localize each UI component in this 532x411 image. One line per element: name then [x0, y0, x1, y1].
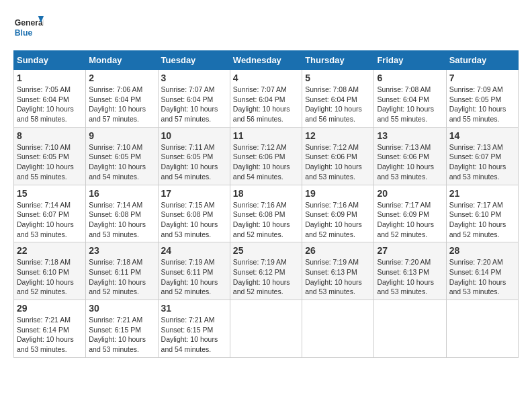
day-number: 4 — [233, 73, 299, 83]
svg-text:Blue: Blue — [15, 28, 33, 38]
calendar-day-cell: 30 Sunrise: 7:21 AM Sunset: 6:15 PM Dayl… — [86, 300, 158, 358]
day-info: Sunrise: 7:14 AM Sunset: 6:08 PM Dayligh… — [89, 200, 154, 240]
day-number: 15 — [17, 188, 83, 199]
calendar-day-cell: 7 Sunrise: 7:09 AM Sunset: 6:05 PM Dayli… — [446, 70, 518, 128]
calendar-day-cell — [230, 300, 302, 358]
calendar-week-row: 29 Sunrise: 7:21 AM Sunset: 6:14 PM Dayl… — [14, 300, 519, 358]
calendar-week-row: 15 Sunrise: 7:14 AM Sunset: 6:07 PM Dayl… — [14, 185, 519, 242]
calendar-day-cell: 6 Sunrise: 7:08 AM Sunset: 6:04 PM Dayli… — [374, 70, 446, 128]
day-info: Sunrise: 7:05 AM Sunset: 6:04 PM Dayligh… — [17, 85, 83, 124]
day-number: 20 — [377, 188, 443, 199]
day-info: Sunrise: 7:07 AM Sunset: 6:04 PM Dayligh… — [233, 85, 299, 124]
day-number: 5 — [305, 73, 371, 83]
calendar-week-row: 1 Sunrise: 7:05 AM Sunset: 6:04 PM Dayli… — [14, 70, 519, 128]
calendar-day-cell: 4 Sunrise: 7:07 AM Sunset: 6:04 PM Dayli… — [230, 70, 302, 128]
day-number: 18 — [233, 188, 299, 199]
day-number: 25 — [233, 245, 299, 256]
calendar-day-cell: 3 Sunrise: 7:07 AM Sunset: 6:04 PM Dayli… — [158, 70, 230, 128]
calendar-day-cell: 22 Sunrise: 7:18 AM Sunset: 6:10 PM Dayl… — [14, 242, 86, 300]
day-info: Sunrise: 7:17 AM Sunset: 6:10 PM Dayligh… — [449, 200, 515, 240]
calendar-day-cell — [446, 300, 518, 358]
day-info: Sunrise: 7:13 AM Sunset: 6:07 PM Dayligh… — [449, 142, 515, 182]
day-number: 24 — [161, 245, 227, 256]
calendar-day-cell: 16 Sunrise: 7:14 AM Sunset: 6:08 PM Dayl… — [86, 185, 158, 242]
calendar-day-cell: 15 Sunrise: 7:14 AM Sunset: 6:07 PM Dayl… — [14, 185, 86, 242]
weekday-header: Thursday — [302, 51, 374, 70]
day-number: 21 — [449, 188, 515, 199]
day-number: 28 — [449, 245, 515, 256]
day-info: Sunrise: 7:17 AM Sunset: 6:09 PM Dayligh… — [377, 200, 443, 240]
day-number: 13 — [377, 130, 443, 141]
logo: General Blue — [13, 13, 44, 44]
day-number: 12 — [305, 130, 371, 141]
day-info: Sunrise: 7:21 AM Sunset: 6:14 PM Dayligh… — [17, 315, 83, 355]
calendar-table: SundayMondayTuesdayWednesdayThursdayFrid… — [13, 50, 519, 358]
calendar-day-cell: 5 Sunrise: 7:08 AM Sunset: 6:04 PM Dayli… — [302, 70, 374, 128]
day-number: 7 — [449, 73, 515, 83]
day-info: Sunrise: 7:13 AM Sunset: 6:06 PM Dayligh… — [377, 142, 443, 182]
calendar-day-cell: 23 Sunrise: 7:18 AM Sunset: 6:11 PM Dayl… — [86, 242, 158, 300]
day-number: 1 — [17, 73, 83, 83]
calendar-day-cell: 26 Sunrise: 7:19 AM Sunset: 6:13 PM Dayl… — [302, 242, 374, 300]
weekday-header: Saturday — [446, 51, 518, 70]
weekday-header: Friday — [374, 51, 446, 70]
svg-text:General: General — [15, 18, 44, 28]
calendar-day-cell: 24 Sunrise: 7:19 AM Sunset: 6:11 PM Dayl… — [158, 242, 230, 300]
calendar-week-row: 8 Sunrise: 7:10 AM Sunset: 6:05 PM Dayli… — [14, 127, 519, 185]
day-number: 17 — [161, 188, 227, 199]
calendar-day-cell: 21 Sunrise: 7:17 AM Sunset: 6:10 PM Dayl… — [446, 185, 518, 242]
calendar-day-cell: 28 Sunrise: 7:20 AM Sunset: 6:14 PM Dayl… — [446, 242, 518, 300]
day-info: Sunrise: 7:21 AM Sunset: 6:15 PM Dayligh… — [161, 315, 227, 355]
calendar-day-cell: 13 Sunrise: 7:13 AM Sunset: 6:06 PM Dayl… — [374, 127, 446, 185]
day-info: Sunrise: 7:18 AM Sunset: 6:11 PM Dayligh… — [89, 257, 154, 297]
day-info: Sunrise: 7:15 AM Sunset: 6:08 PM Dayligh… — [161, 200, 227, 240]
day-info: Sunrise: 7:16 AM Sunset: 6:09 PM Dayligh… — [305, 200, 371, 240]
day-info: Sunrise: 7:16 AM Sunset: 6:08 PM Dayligh… — [233, 200, 299, 240]
calendar-day-cell: 27 Sunrise: 7:20 AM Sunset: 6:13 PM Dayl… — [374, 242, 446, 300]
weekday-header: Monday — [86, 51, 158, 70]
day-number: 3 — [161, 73, 227, 83]
calendar-week-row: 22 Sunrise: 7:18 AM Sunset: 6:10 PM Dayl… — [14, 242, 519, 300]
day-info: Sunrise: 7:14 AM Sunset: 6:07 PM Dayligh… — [17, 200, 83, 240]
calendar-day-cell: 2 Sunrise: 7:06 AM Sunset: 6:04 PM Dayli… — [86, 70, 158, 128]
day-info: Sunrise: 7:08 AM Sunset: 6:04 PM Dayligh… — [305, 85, 371, 124]
calendar-day-cell: 10 Sunrise: 7:11 AM Sunset: 6:05 PM Dayl… — [158, 127, 230, 185]
day-info: Sunrise: 7:10 AM Sunset: 6:05 PM Dayligh… — [17, 142, 83, 182]
day-info: Sunrise: 7:18 AM Sunset: 6:10 PM Dayligh… — [17, 257, 83, 297]
day-info: Sunrise: 7:09 AM Sunset: 6:05 PM Dayligh… — [449, 85, 515, 124]
day-number: 16 — [89, 188, 154, 199]
calendar-day-cell: 29 Sunrise: 7:21 AM Sunset: 6:14 PM Dayl… — [14, 300, 86, 358]
calendar-day-cell: 25 Sunrise: 7:19 AM Sunset: 6:12 PM Dayl… — [230, 242, 302, 300]
calendar-day-cell: 20 Sunrise: 7:17 AM Sunset: 6:09 PM Dayl… — [374, 185, 446, 242]
day-number: 11 — [233, 130, 299, 141]
day-info: Sunrise: 7:21 AM Sunset: 6:15 PM Dayligh… — [89, 315, 154, 355]
day-info: Sunrise: 7:07 AM Sunset: 6:04 PM Dayligh… — [161, 85, 227, 124]
weekday-header: Sunday — [14, 51, 86, 70]
day-number: 10 — [161, 130, 227, 141]
calendar-day-cell: 19 Sunrise: 7:16 AM Sunset: 6:09 PM Dayl… — [302, 185, 374, 242]
calendar-day-cell: 17 Sunrise: 7:15 AM Sunset: 6:08 PM Dayl… — [158, 185, 230, 242]
page-header: General Blue — [13, 13, 519, 44]
day-number: 26 — [305, 245, 371, 256]
day-number: 31 — [161, 303, 227, 314]
day-number: 23 — [89, 245, 154, 256]
calendar-day-cell: 12 Sunrise: 7:12 AM Sunset: 6:06 PM Dayl… — [302, 127, 374, 185]
day-info: Sunrise: 7:11 AM Sunset: 6:05 PM Dayligh… — [161, 142, 227, 182]
day-info: Sunrise: 7:12 AM Sunset: 6:06 PM Dayligh… — [233, 142, 299, 182]
day-info: Sunrise: 7:06 AM Sunset: 6:04 PM Dayligh… — [89, 85, 154, 124]
day-number: 9 — [89, 130, 154, 141]
day-number: 22 — [17, 245, 83, 256]
calendar-day-cell: 1 Sunrise: 7:05 AM Sunset: 6:04 PM Dayli… — [14, 70, 86, 128]
calendar-day-cell: 9 Sunrise: 7:10 AM Sunset: 6:05 PM Dayli… — [86, 127, 158, 185]
day-number: 19 — [305, 188, 371, 199]
weekday-header: Tuesday — [158, 51, 230, 70]
day-info: Sunrise: 7:19 AM Sunset: 6:11 PM Dayligh… — [161, 257, 227, 297]
calendar-day-cell: 11 Sunrise: 7:12 AM Sunset: 6:06 PM Dayl… — [230, 127, 302, 185]
day-info: Sunrise: 7:20 AM Sunset: 6:13 PM Dayligh… — [377, 257, 443, 297]
day-info: Sunrise: 7:08 AM Sunset: 6:04 PM Dayligh… — [377, 85, 443, 124]
weekday-header-row: SundayMondayTuesdayWednesdayThursdayFrid… — [14, 51, 519, 70]
day-number: 8 — [17, 130, 83, 141]
day-number: 2 — [89, 73, 154, 83]
calendar-day-cell: 18 Sunrise: 7:16 AM Sunset: 6:08 PM Dayl… — [230, 185, 302, 242]
day-info: Sunrise: 7:19 AM Sunset: 6:13 PM Dayligh… — [305, 257, 371, 297]
